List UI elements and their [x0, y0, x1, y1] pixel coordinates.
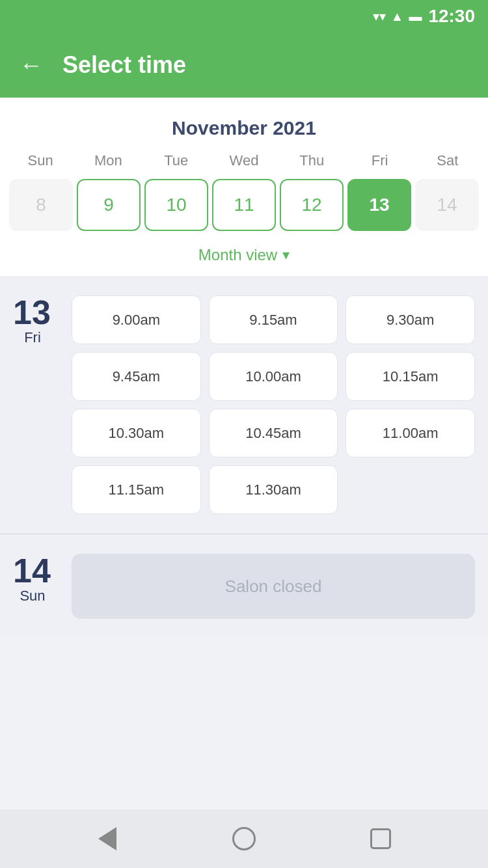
day-block-14: 14SunSalon closed — [0, 534, 488, 638]
week-days-row: Sun Mon Tue Wed Thu Fri Sat — [7, 149, 481, 172]
weekday-sun: Sun — [7, 149, 74, 172]
home-nav-icon — [232, 827, 256, 850]
nav-recent-button[interactable] — [364, 822, 397, 855]
date-cell-12[interactable]: 12 — [280, 179, 344, 231]
date-cell-11[interactable]: 11 — [212, 179, 276, 231]
day-number-label-13: 13Fri — [13, 295, 52, 346]
weekday-wed: Wed — [210, 149, 278, 172]
chevron-down-icon: ▾ — [282, 247, 290, 264]
time-slot-1130am[interactable]: 11.30am — [209, 465, 338, 514]
weekday-thu: Thu — [278, 149, 346, 172]
weekday-mon: Mon — [74, 149, 142, 172]
nav-home-button[interactable] — [228, 822, 260, 855]
page-title: Select time — [62, 51, 186, 79]
date-cell-10[interactable]: 10 — [144, 179, 208, 231]
day-number: 14 — [13, 554, 52, 588]
time-slot-1100am[interactable]: 11.00am — [346, 409, 475, 457]
date-cell-8: 8 — [9, 179, 73, 231]
status-icons: ▾▾ ▲ ▬ — [373, 8, 422, 24]
date-cell-9[interactable]: 9 — [77, 179, 141, 231]
status-time: 12:30 — [428, 6, 475, 27]
time-slot-900am[interactable]: 9.00am — [72, 295, 201, 344]
month-view-label: Month view — [198, 246, 277, 264]
time-slot-930am[interactable]: 9.30am — [346, 295, 475, 344]
day-name: Fri — [13, 329, 52, 346]
day-header-13: 13Fri9.00am9.15am9.30am9.45am10.00am10.1… — [13, 295, 475, 514]
time-slot-1000am[interactable]: 10.00am — [209, 352, 338, 401]
nav-back-button[interactable] — [91, 822, 124, 855]
back-button[interactable]: ← — [20, 53, 43, 77]
day-name: Sun — [13, 588, 52, 604]
week-dates-row: 891011121314 — [7, 179, 481, 241]
calendar-section: November 2021 Sun Mon Tue Wed Thu Fri Sa… — [0, 98, 488, 276]
weekday-sat: Sat — [414, 149, 481, 172]
weekday-fri: Fri — [346, 149, 413, 172]
time-slot-1045am[interactable]: 10.45am — [209, 409, 338, 457]
time-slots-grid: 9.00am9.15am9.30am9.45am10.00am10.15am10… — [72, 295, 475, 514]
month-title: November 2021 — [7, 111, 481, 149]
time-slot-945am[interactable]: 9.45am — [72, 352, 201, 401]
day-block-13: 13Fri9.00am9.15am9.30am9.45am10.00am10.1… — [0, 276, 488, 534]
signal-icon: ▲ — [391, 9, 404, 24]
time-slot-915am[interactable]: 9.15am — [209, 295, 338, 344]
salon-closed-box: Salon closed — [72, 554, 475, 619]
status-bar: ▾▾ ▲ ▬ 12:30 — [0, 0, 488, 33]
day-number: 13 — [13, 295, 52, 329]
date-cell-13[interactable]: 13 — [347, 179, 411, 231]
recent-nav-icon — [370, 828, 391, 849]
month-view-toggle[interactable]: Month view ▾ — [7, 241, 481, 276]
time-section: 13Fri9.00am9.15am9.30am9.45am10.00am10.1… — [0, 276, 488, 638]
day-number-label-14: 14Sun — [13, 554, 52, 604]
back-nav-icon — [98, 827, 116, 850]
date-cell-14: 14 — [415, 179, 479, 231]
wifi-icon: ▾▾ — [373, 8, 386, 24]
battery-icon: ▬ — [409, 9, 422, 24]
time-slot-1115am[interactable]: 11.15am — [72, 465, 201, 514]
day-header-14: 14SunSalon closed — [13, 554, 475, 619]
time-slot-1030am[interactable]: 10.30am — [72, 409, 201, 457]
time-slot-1015am[interactable]: 10.15am — [346, 352, 475, 401]
bottom-nav — [0, 809, 488, 868]
weekday-tue: Tue — [142, 149, 210, 172]
app-header: ← Select time — [0, 33, 488, 98]
